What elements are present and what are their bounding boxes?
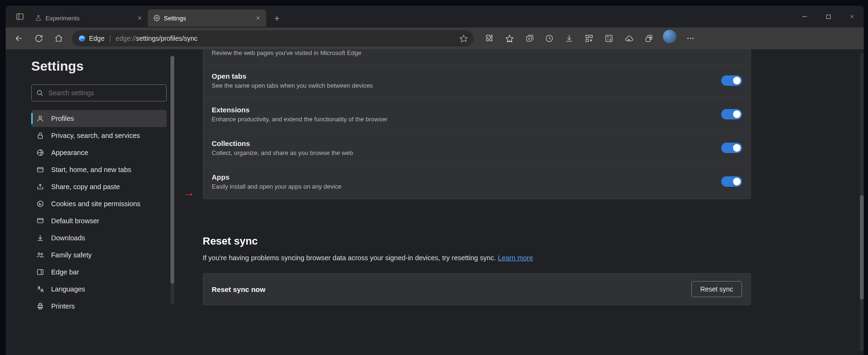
svg-rect-69	[39, 307, 41, 309]
search-icon	[36, 90, 44, 97]
svg-point-57	[41, 204, 41, 205]
svg-rect-10	[826, 15, 830, 18]
appearance-icon	[36, 149, 45, 156]
printer-icon	[36, 302, 45, 310]
search-input[interactable]	[48, 89, 161, 97]
collections-icon[interactable]	[520, 30, 539, 47]
web-capture-icon[interactable]	[619, 30, 638, 47]
sidebar-item-label: Printers	[51, 302, 75, 310]
download-icon	[36, 234, 45, 242]
panel-icon	[36, 268, 45, 276]
close-window-button[interactable]	[840, 6, 864, 27]
svg-line-48	[41, 94, 43, 96]
toggle-collections[interactable]	[721, 143, 742, 153]
new-tab-button[interactable]	[270, 11, 284, 26]
address-separator: |	[109, 35, 111, 42]
sidebar-item-edgebar[interactable]: Edge bar	[31, 264, 167, 281]
svg-marker-19	[506, 35, 513, 42]
refresh-button[interactable]	[29, 30, 48, 47]
settings-and-more-icon[interactable]	[681, 30, 700, 47]
favorite-star-icon[interactable]	[459, 34, 468, 43]
reset-sync-desc: If you're having problems syncing browse…	[203, 254, 751, 262]
sidebar-scroll-thumb[interactable]	[170, 56, 174, 283]
learn-more-link[interactable]: Learn more	[498, 254, 533, 262]
row-sub: Enhance productivity, and extend the fun…	[212, 116, 387, 123]
toggle-apps[interactable]	[721, 176, 742, 187]
sidebar-item-downloads[interactable]: Downloads	[31, 229, 167, 246]
sidebar-item-label: Default browser	[51, 217, 99, 225]
svg-point-38	[610, 40, 611, 41]
sidebar-item-default-browser[interactable]: Default browser	[31, 212, 167, 229]
browser-icon	[36, 217, 45, 225]
svg-point-45	[690, 38, 691, 39]
address-bar[interactable]: Edge | edge://settings/profiles/sync	[72, 30, 474, 46]
flask-icon	[35, 15, 42, 21]
maximize-button[interactable]	[816, 6, 840, 27]
svg-point-44	[688, 38, 689, 39]
toggle-extensions[interactable]	[721, 109, 742, 119]
sidebar-item-languages[interactable]: Languages	[31, 281, 167, 298]
sidebar-scrollbar[interactable]	[170, 56, 174, 304]
gear-icon	[153, 15, 160, 21]
math-solver-icon[interactable]	[600, 30, 618, 47]
svg-rect-0	[17, 14, 23, 19]
row-title: Open tabs	[212, 72, 373, 80]
svg-rect-50	[38, 135, 42, 138]
cookie-icon	[36, 200, 45, 208]
sidebar-item-share[interactable]: Share, copy and paste	[31, 178, 167, 195]
apps-icon[interactable]	[580, 30, 599, 47]
main-scroll-thumb[interactable]	[860, 195, 864, 300]
back-button[interactable]	[9, 30, 28, 47]
close-icon[interactable]	[253, 13, 263, 23]
edge-logo-icon	[78, 34, 86, 43]
tab-experiments[interactable]: Experiments	[29, 9, 148, 27]
reset-sync-button[interactable]: Reset sync	[691, 281, 742, 297]
search-settings[interactable]	[31, 84, 167, 101]
tab-settings[interactable]: Settings	[148, 9, 266, 27]
svg-rect-29	[586, 39, 588, 42]
sidebar-item-appearance[interactable]: Appearance	[31, 144, 167, 161]
sidebar-item-label: Start, home, and new tabs	[51, 166, 131, 173]
share-icon[interactable]	[639, 30, 658, 47]
sidebar-item-profiles[interactable]: Profiles	[31, 110, 167, 127]
profile-icon	[36, 115, 45, 122]
sidebar-item-privacy[interactable]: Privacy, search, and services	[31, 127, 167, 144]
site-identity[interactable]: Edge	[78, 34, 105, 43]
row-title: Collections	[212, 139, 353, 147]
main-scrollbar[interactable]	[860, 53, 864, 351]
toggle-open-tabs[interactable]	[721, 75, 742, 86]
tab-label: Settings	[164, 15, 186, 22]
svg-point-37	[610, 39, 611, 39]
tab-actions-icon[interactable]	[10, 7, 29, 26]
svg-point-49	[39, 116, 41, 118]
home-button[interactable]	[49, 30, 68, 47]
svg-point-47	[37, 90, 42, 94]
annotation-arrow-icon: →	[183, 187, 195, 201]
sidebar-item-start[interactable]: Start, home, and new tabs	[31, 161, 167, 178]
language-icon	[36, 285, 45, 293]
browser-window: Experiments Settings	[6, 6, 864, 355]
extensions-icon[interactable]	[480, 30, 499, 47]
svg-rect-32	[606, 35, 612, 42]
family-icon	[36, 251, 45, 259]
brand-label: Edge	[89, 35, 105, 42]
minimize-button[interactable]	[793, 6, 816, 27]
history-row-sub: Review the web pages you've visited in M…	[203, 49, 751, 64]
svg-point-46	[692, 38, 693, 39]
downloads-icon[interactable]	[560, 30, 579, 47]
sidebar-item-cookies[interactable]: Cookies and site permissions	[31, 195, 167, 212]
svg-rect-27	[586, 35, 588, 37]
sidebar-item-label: Profiles	[51, 115, 74, 122]
row-sub: Collect, organize, and share as you brow…	[212, 149, 353, 156]
sidebar-item-printers[interactable]: Printers	[31, 298, 167, 315]
close-icon[interactable]	[134, 13, 145, 23]
row-title: Extensions	[212, 106, 387, 114]
sync-settings-list: Review the web pages you've visited in M…	[203, 49, 751, 199]
profile-avatar[interactable]	[663, 30, 676, 43]
svg-rect-52	[37, 167, 43, 172]
svg-point-56	[39, 203, 39, 203]
sidebar-item-family[interactable]: Family safety	[31, 246, 167, 264]
sidebar-item-label: Appearance	[51, 149, 88, 156]
history-icon[interactable]	[540, 30, 559, 47]
favorites-icon[interactable]	[500, 30, 519, 47]
